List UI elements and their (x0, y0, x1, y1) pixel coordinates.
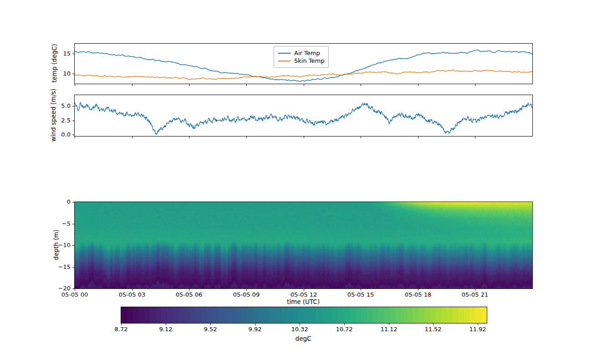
air-temp-legend-line (278, 53, 291, 54)
x-tick-mark (361, 84, 361, 86)
x-tick-label: 05-05 21 (454, 291, 495, 298)
legend: Air Temp Skin Temp (274, 46, 329, 68)
y-tick-mark (72, 245, 74, 246)
x-tick-mark (132, 289, 133, 291)
x-tick-label: 05-05 15 (340, 291, 381, 298)
y-tick-label: −10 (46, 242, 71, 249)
y-tick-mark (72, 106, 74, 106)
wind-plot (75, 95, 532, 136)
y-tick-mark (72, 224, 74, 224)
skin-temp-line (75, 70, 532, 80)
time-x-axis-label: time (UTC) (258, 298, 349, 305)
colorbar-tick-mark (389, 324, 389, 325)
colorbar-tick-label: 11.92 (463, 326, 492, 333)
y-tick-label: 10 (46, 70, 71, 77)
y-tick-label: 5.0 (46, 102, 71, 110)
x-tick-mark (304, 289, 304, 291)
y-tick-label: 0.0 (46, 131, 71, 138)
colorbar-units-label: degC (281, 335, 326, 342)
y-tick-mark (72, 54, 74, 54)
depth-temp-heatmap (75, 202, 532, 288)
legend-row-air: Air Temp (278, 50, 324, 56)
x-tick-mark (75, 84, 75, 86)
colorbar-tick-mark (210, 324, 211, 325)
x-tick-mark (189, 136, 189, 138)
x-tick-mark (132, 136, 133, 138)
y-tick-mark (72, 288, 74, 289)
x-tick-mark (361, 136, 361, 138)
x-tick-mark (246, 84, 247, 86)
colorbar-tick-label: 10.32 (285, 326, 314, 333)
y-tick-mark (72, 267, 74, 268)
x-tick-mark (189, 84, 189, 86)
x-tick-mark (304, 84, 304, 86)
legend-row-skin: Skin Temp (278, 57, 324, 64)
x-tick-mark (475, 136, 475, 138)
y-tick-label: 15 (46, 50, 71, 57)
x-tick-label: 05-05 06 (168, 291, 209, 298)
x-tick-mark (304, 136, 304, 138)
colorbar-gradient (121, 307, 487, 323)
colorbar-tick-mark (300, 324, 300, 325)
x-tick-label: 05-05 03 (112, 291, 153, 298)
legend-label-skin: Skin Temp (294, 57, 324, 64)
figure: Air Temp Skin Temp temp (degC) wind spee… (0, 0, 592, 364)
colorbar-tick-mark (344, 324, 345, 325)
x-tick-mark (475, 289, 475, 291)
x-tick-mark (418, 84, 418, 86)
wind-panel (74, 95, 533, 136)
x-tick-label: 05-05 18 (398, 291, 439, 298)
x-tick-label: 05-05 00 (54, 291, 95, 298)
x-tick-mark (418, 136, 418, 138)
colorbar-tick-label: 10.72 (330, 326, 359, 333)
y-tick-label: 2.5 (46, 117, 71, 124)
x-tick-label: 05-05 12 (283, 291, 324, 298)
x-tick-mark (246, 289, 247, 291)
colorbar-tick-label: 9.12 (151, 326, 180, 333)
skin-temp-legend-line (278, 61, 291, 61)
x-tick-mark (246, 136, 247, 138)
colorbar-tick-mark (166, 324, 166, 325)
y-tick-mark (72, 202, 74, 202)
y-tick-label: −15 (46, 263, 71, 271)
y-tick-mark (72, 74, 74, 74)
x-tick-mark (189, 289, 189, 291)
y-tick-mark (72, 135, 74, 135)
y-tick-label: −5 (46, 220, 71, 228)
colorbar-tick-mark (255, 324, 255, 325)
wind-speed-line (75, 102, 532, 135)
legend-label-air: Air Temp (294, 50, 320, 56)
x-tick-mark (418, 289, 418, 291)
x-tick-label: 05-05 09 (226, 291, 267, 298)
colorbar-tick-label: 8.72 (107, 326, 136, 333)
x-tick-mark (132, 84, 133, 86)
colorbar-tick-mark (478, 324, 478, 325)
x-tick-mark (75, 136, 75, 138)
y-tick-mark (72, 121, 74, 121)
temp-panel: Air Temp Skin Temp (74, 43, 533, 84)
y-tick-label: 0 (46, 198, 71, 206)
x-tick-mark (475, 84, 475, 86)
x-tick-mark (361, 289, 361, 291)
depth-temp-heatmap-panel (74, 202, 533, 289)
colorbar-tick-mark (433, 324, 434, 325)
colorbar-tick-label: 11.12 (374, 326, 403, 333)
colorbar (121, 307, 487, 324)
colorbar-tick-label: 9.92 (240, 326, 270, 333)
colorbar-tick-label: 11.52 (418, 326, 448, 333)
colorbar-tick-label: 9.52 (196, 326, 225, 333)
x-tick-mark (75, 289, 75, 291)
colorbar-tick-mark (121, 324, 122, 325)
